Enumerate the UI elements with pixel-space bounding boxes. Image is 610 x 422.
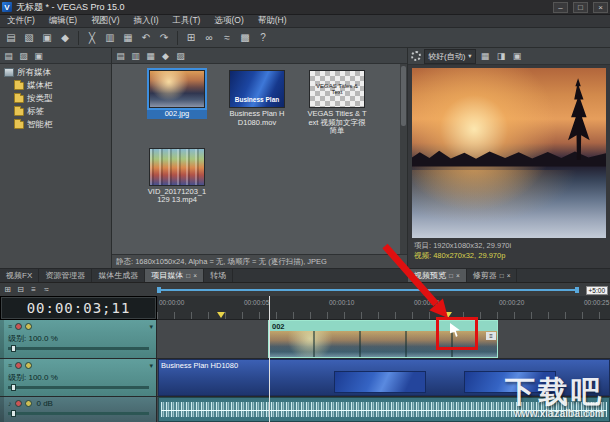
- envelope-tool-icon[interactable]: ≈: [41, 284, 52, 295]
- properties-icon[interactable]: ◆: [57, 30, 73, 46]
- track-level-slider[interactable]: [8, 347, 149, 350]
- playhead-cursor[interactable]: [269, 296, 270, 422]
- new-project-icon[interactable]: ▤: [3, 30, 19, 46]
- media-view-mode-icon[interactable]: ▨: [174, 49, 187, 62]
- gear-icon[interactable]: [411, 51, 421, 61]
- tab-transitions[interactable]: 转场: [204, 269, 233, 282]
- track-minimize-icon[interactable]: ▾: [149, 323, 153, 331]
- cut-icon[interactable]: ╳: [84, 30, 100, 46]
- float-tab-icon[interactable]: □: [500, 272, 504, 279]
- paste-icon[interactable]: ▦: [120, 30, 136, 46]
- tab-trimmer[interactable]: 修剪器 □ ×: [467, 269, 518, 282]
- media-thumbnail: [149, 148, 205, 186]
- app-logo-icon: V: [2, 2, 12, 12]
- media-toolbar: ▤ ▥ ▦ ◆ ▨: [112, 48, 407, 64]
- media-thumbnail: [149, 70, 205, 108]
- audio-note-icon: ♪: [8, 400, 12, 407]
- media-scrollbar[interactable]: [400, 64, 407, 254]
- save-icon[interactable]: ▣: [39, 30, 55, 46]
- auto-ripple-icon[interactable]: ≈: [219, 30, 235, 46]
- media-thumbnail: Business Plan: [229, 70, 285, 108]
- help-icon[interactable]: ?: [255, 30, 271, 46]
- tree-item-tags[interactable]: 标签: [0, 105, 111, 118]
- menu-edit[interactable]: 编辑(E): [42, 15, 84, 27]
- import-media-icon[interactable]: ▤: [114, 49, 127, 62]
- ruler-label: 00:00:10: [329, 299, 354, 306]
- zoom-out-icon[interactable]: ⊟: [15, 284, 26, 295]
- tab-media-generators[interactable]: 媒体生成器: [92, 269, 145, 282]
- tree-item-media-bins[interactable]: 媒体柜: [0, 79, 111, 92]
- redo-icon[interactable]: ↷: [156, 30, 172, 46]
- mute-icon[interactable]: [15, 362, 22, 369]
- solo-icon[interactable]: [25, 323, 32, 330]
- mute-icon[interactable]: [15, 400, 22, 407]
- mute-icon[interactable]: [15, 323, 22, 330]
- vegas-pro-window: V 无标题 * - VEGAS Pro 15.0 – □ × 文件(F) 编辑(…: [0, 0, 610, 422]
- undo-icon[interactable]: ↶: [138, 30, 154, 46]
- external-monitor-icon[interactable]: ▣: [511, 50, 524, 63]
- capture-video-icon[interactable]: ▥: [129, 49, 142, 62]
- solo-icon[interactable]: [25, 400, 32, 407]
- minimize-button[interactable]: –: [553, 2, 568, 13]
- slider-knob[interactable]: [11, 345, 16, 352]
- tab-video-fx[interactable]: 视频FX: [0, 269, 39, 282]
- tree-item-by-type[interactable]: 按类型: [0, 92, 111, 105]
- video-track-2-header[interactable]: ≡ ▾ 级别: 100.0 %: [0, 359, 157, 397]
- copy-snapshot-icon[interactable]: ◨: [495, 50, 508, 63]
- slider-knob[interactable]: [11, 384, 16, 391]
- tree-item-smart-bins[interactable]: 智能柜: [0, 118, 111, 131]
- media-item-002[interactable]: 002.jpg: [148, 70, 206, 136]
- menu-options[interactable]: 选项(O): [207, 15, 250, 27]
- open-icon[interactable]: ▧: [21, 30, 37, 46]
- close-button[interactable]: ×: [593, 2, 608, 13]
- scrollbar-thumb[interactable]: [401, 66, 406, 126]
- media-item-business-plan[interactable]: Business Plan Business Plan HD1080.mov: [228, 70, 286, 136]
- ruler-marker-icon[interactable]: [217, 312, 225, 318]
- zoom-in-icon[interactable]: ⊞: [2, 284, 13, 295]
- bin-views-icon[interactable]: ▨: [17, 49, 30, 62]
- snapping-icon[interactable]: ⊞: [183, 30, 199, 46]
- media-thumbnail: VEGAS Titles & Text: [309, 70, 365, 108]
- all-media-icon: [4, 68, 14, 77]
- media-item-vegas-titles[interactable]: VEGAS Titles & Text VEGAS Titles & Text …: [308, 70, 366, 136]
- track-menu-icon[interactable]: ≡: [8, 362, 12, 369]
- maximize-button[interactable]: □: [573, 2, 588, 13]
- menu-help[interactable]: 帮助(H): [251, 15, 294, 27]
- track-level-slider[interactable]: [8, 386, 149, 389]
- new-bin-icon[interactable]: ▤: [2, 49, 15, 62]
- bin-options-icon[interactable]: ▣: [32, 49, 45, 62]
- track-minimize-icon[interactable]: ▾: [149, 362, 153, 370]
- track-menu-icon[interactable]: ≡: [8, 323, 12, 330]
- video-track-1-header[interactable]: ≡ ▾ 级别: 100.0 %: [0, 320, 157, 359]
- menu-view[interactable]: 视图(V): [84, 15, 126, 27]
- event-fx-icon[interactable]: ≡: [486, 332, 496, 340]
- audio-track-header[interactable]: ♪ 0 dB: [0, 397, 157, 422]
- track-volume-slider[interactable]: [8, 412, 149, 415]
- project-media-panel: ▤ ▥ ▦ ◆ ▨ 002.jpg Business Plan Business…: [112, 48, 408, 268]
- normal-edit-tool-icon[interactable]: ≡: [28, 284, 39, 295]
- timecode-display[interactable]: 00:00:03;11: [0, 296, 157, 320]
- tab-explorer[interactable]: 资源管理器: [39, 269, 92, 282]
- ruler-label: 00:00:20: [499, 299, 524, 306]
- menu-insert[interactable]: 插入(I): [127, 15, 166, 27]
- auto-crossfade-icon[interactable]: ∞: [201, 30, 217, 46]
- copy-icon[interactable]: ▥: [102, 30, 118, 46]
- media-properties-icon[interactable]: ◆: [159, 49, 172, 62]
- close-tab-icon[interactable]: ×: [507, 272, 511, 279]
- timeline-overview-bar[interactable]: [160, 289, 576, 291]
- menu-tools[interactable]: 工具(T): [166, 15, 208, 27]
- preview-quality-dropdown[interactable]: 较好(自动) ▾: [424, 49, 476, 64]
- solo-icon[interactable]: [25, 362, 32, 369]
- get-photo-icon[interactable]: ▦: [144, 49, 157, 62]
- float-tab-icon[interactable]: □: [186, 272, 190, 279]
- tab-project-media[interactable]: 项目媒体 □ ×: [145, 269, 204, 282]
- menu-file[interactable]: 文件(F): [0, 15, 42, 27]
- media-item-vid[interactable]: VID_20171203_1129 13.mp4: [148, 148, 206, 205]
- slider-knob[interactable]: [11, 410, 16, 417]
- split-screen-icon[interactable]: ▦: [479, 50, 492, 63]
- close-tab-icon[interactable]: ×: [193, 272, 197, 279]
- tree-item-label: 智能柜: [27, 119, 53, 131]
- left-tab-strip: 视频FX 资源管理器 媒体生成器 项目媒体 □ × 转场: [0, 268, 408, 282]
- lock-envelopes-icon[interactable]: ▩: [237, 30, 253, 46]
- tree-item-all-media[interactable]: 所有媒体: [0, 66, 111, 79]
